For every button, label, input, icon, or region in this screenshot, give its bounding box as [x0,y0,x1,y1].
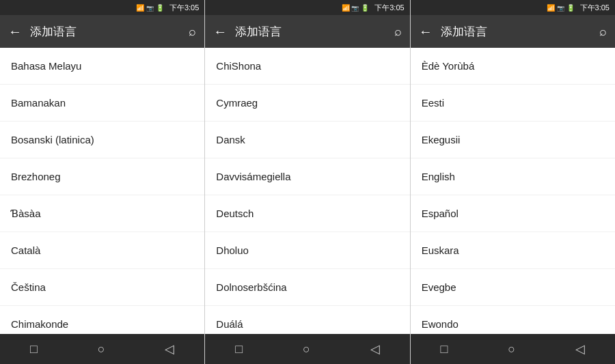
wifi-icon: 📷 [557,5,564,12]
app-bar-3: ← 添加语言 ⌕ [411,15,615,48]
battery-icon: 🔋 [156,4,164,12]
recent-apps-button[interactable]: □ [430,337,459,362]
language-label: Català [11,244,40,256]
list-item[interactable]: Deutsch [205,195,409,232]
language-label: Èdè Yorùbá [422,60,475,72]
language-label: Ewondo [422,318,459,330]
status-icons: 📶 📷 🔋 [136,4,164,12]
app-bar-title: 添加语言 [30,24,180,40]
language-label: Dansk [216,134,245,145]
language-label: Bosanski (latinica) [11,134,94,145]
language-label: Eesti [422,97,444,109]
wifi-icon: 📷 [351,5,359,12]
list-item[interactable]: Català [0,232,204,269]
language-label: ChiShona [216,60,261,72]
status-bar-3: 📶 📷 🔋 下午3:05 [411,0,615,15]
language-label: Bahasa Melayu [11,60,81,72]
home-button[interactable]: ○ [87,337,116,362]
language-label: Español [422,208,459,219]
status-bar-content: 📶 📷 🔋 下午3:05 [547,3,610,13]
list-item[interactable]: Ewondo [411,306,615,334]
language-label: Dolnoserbšćina [216,281,286,293]
list-item[interactable]: Evegbe [411,269,615,306]
language-label: Deutsch [216,208,254,219]
status-bar-content: 📶 📷 🔋 下午3:05 [342,3,405,13]
home-button[interactable]: ○ [292,337,321,362]
language-label: Chimakonde [11,318,68,330]
list-item[interactable]: Dholuo [205,232,409,269]
wifi-icon: 📷 [146,5,154,12]
language-label: Duálá [216,318,243,330]
nav-bar-1: □ ○ ◁ [0,334,204,364]
battery-icon: 🔋 [566,4,575,12]
app-bar-2: ← 添加语言 ⌕ [205,15,409,48]
notification-icon: 📶 [547,4,555,12]
panel-1: 📶 📷 🔋 下午3:05 ← 添加语言 ⌕ Bahasa MelayuBaman… [0,0,205,364]
list-item[interactable]: Euskara [411,232,615,269]
status-icons: 📶 📷 🔋 [342,4,370,12]
nav-bar-2: □ ○ ◁ [205,334,409,364]
panel-3: 📶 📷 🔋 下午3:05 ← 添加语言 ⌕ Èdè YorùbáEestiEke… [411,0,615,364]
list-item[interactable]: Bosanski (latinica) [0,122,204,158]
language-list-1: Bahasa MelayuBamanakanBosanski (latinica… [0,48,204,334]
language-label: Čeština [11,281,46,293]
back-button[interactable]: ← [213,24,227,40]
nav-bar-3: □ ○ ◁ [411,334,615,364]
language-label: Ekegusii [422,134,461,145]
search-button[interactable]: ⌕ [394,25,402,39]
status-icons: 📶 📷 🔋 [547,4,575,12]
recent-apps-button[interactable]: □ [224,337,254,362]
panel-2: 📶 📷 🔋 下午3:05 ← 添加语言 ⌕ ChiShonaCymraegDan… [205,0,410,364]
back-nav-button[interactable]: ◁ [359,336,391,362]
back-button[interactable]: ← [8,24,22,40]
search-button[interactable]: ⌕ [599,25,607,39]
language-label: Cymraeg [216,97,258,109]
list-item[interactable]: Dolnoserbšćina [205,269,409,306]
back-nav-button[interactable]: ◁ [154,336,185,362]
list-item[interactable]: Chimakonde [0,306,204,334]
app-bar-title: 添加语言 [235,24,385,40]
search-button[interactable]: ⌕ [189,25,196,39]
list-item[interactable]: Brezhoneg [0,158,204,195]
back-nav-button[interactable]: ◁ [564,336,596,362]
list-item[interactable]: Bamanakan [0,85,204,122]
language-label: Brezhoneg [11,171,61,182]
list-item[interactable]: Español [411,195,615,232]
battery-icon: 🔋 [361,4,369,12]
list-item[interactable]: Cymraeg [205,85,409,122]
list-item[interactable]: Bahasa Melayu [0,48,204,85]
list-item[interactable]: Davvisámegiella [205,158,409,195]
status-bar-content: 📶 📷 🔋 下午3:05 [136,3,199,13]
time-display: 下午3:05 [374,3,404,13]
list-item[interactable]: ChiShona [205,48,409,85]
recent-apps-button[interactable]: □ [19,337,49,362]
language-label: Ɓàsàa [11,208,41,220]
list-item[interactable]: Čeština [0,269,204,306]
app-bar-1: ← 添加语言 ⌕ [0,15,204,48]
list-item[interactable]: Duálá [205,306,409,334]
list-item[interactable]: Ɓàsàa [0,195,204,232]
language-list-3: Èdè YorùbáEestiEkegusiiEnglishEspañolEus… [411,48,615,334]
language-label: Euskara [422,244,459,256]
list-item[interactable]: Eesti [411,85,615,122]
back-button[interactable]: ← [419,24,433,40]
language-label: Bamanakan [11,97,66,109]
status-bar-1: 📶 📷 🔋 下午3:05 [0,0,204,15]
home-button[interactable]: ○ [497,337,526,362]
notification-icon: 📶 [342,4,350,12]
language-label: Evegbe [422,281,456,293]
notification-icon: 📶 [136,4,144,12]
language-label: Davvisámegiella [216,171,290,182]
app-bar-title: 添加语言 [441,24,591,40]
language-label: English [422,171,455,182]
language-label: Dholuo [216,244,249,256]
list-item[interactable]: English [411,158,615,195]
list-item[interactable]: Ekegusii [411,122,615,158]
status-bar-2: 📶 📷 🔋 下午3:05 [205,0,409,15]
list-item[interactable]: Èdè Yorùbá [411,48,615,85]
list-item[interactable]: Dansk [205,122,409,158]
time-display: 下午3:05 [169,3,199,13]
time-display: 下午3:05 [580,3,610,13]
language-list-2: ChiShonaCymraegDanskDavvisámegiellaDeuts… [205,48,409,334]
